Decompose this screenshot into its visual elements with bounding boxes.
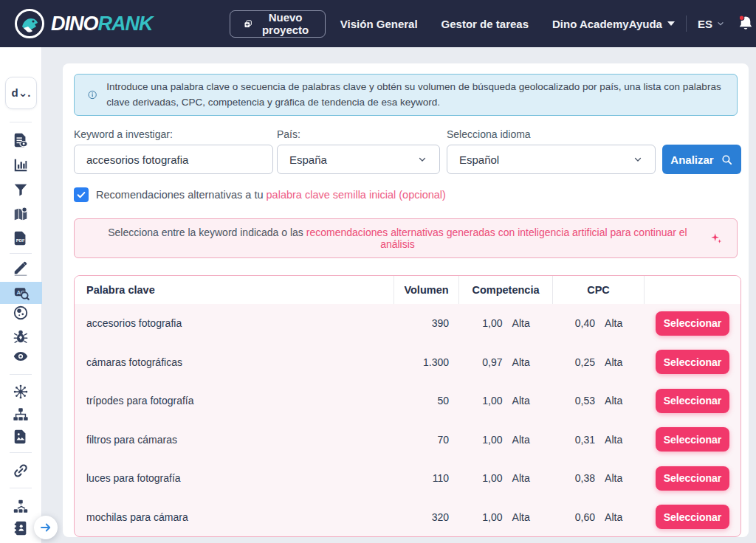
keyword-cell: filtros para cámaras xyxy=(75,434,394,446)
nav-vision-general[interactable]: Visión General xyxy=(340,18,418,30)
cpc-value: 0,31 xyxy=(575,434,595,446)
arrow-right-icon xyxy=(39,521,52,534)
seleccionar-button[interactable]: Seleccionar xyxy=(656,466,729,491)
chevron-down-icon xyxy=(633,154,643,165)
table-row: filtros para cámaras 70 1,00 Alta 0,31 A… xyxy=(75,421,740,460)
sidebar-divider xyxy=(10,122,32,122)
table-row: cámaras fotográficas 1.300 0,97 Alta 0,2… xyxy=(75,343,740,382)
language-label: Selecciona idioma xyxy=(447,128,531,140)
keyword-cell: accesorios fotografia xyxy=(75,317,394,329)
keyword-search-icon: AG xyxy=(13,285,30,301)
link-icon[interactable] xyxy=(13,463,29,479)
action-cell: Seleccionar xyxy=(645,505,740,529)
keyword-input[interactable] xyxy=(86,153,261,166)
action-cell: Seleccionar xyxy=(645,389,740,413)
check-icon xyxy=(76,190,86,200)
cpc-level: Alta xyxy=(605,472,622,484)
keyword-label: Keyword a investigar: xyxy=(74,128,173,140)
action-cell: Seleccionar xyxy=(645,350,740,374)
action-cell: Seleccionar xyxy=(645,466,740,491)
sidebar-item-keyword-research[interactable]: AG xyxy=(0,282,42,304)
top-navbar: DINORANK Nuevo proyecto Visión General G… xyxy=(0,0,756,47)
caret-down-icon xyxy=(667,21,675,26)
action-cell: Seleccionar xyxy=(645,311,740,336)
filter-icon[interactable] xyxy=(13,181,29,198)
language-selected-value: Español xyxy=(459,153,499,166)
add-project-icon xyxy=(244,17,252,31)
map-pin-icon[interactable] xyxy=(13,206,29,222)
ai-notice-banner: Selecciona entre la keyword indicada o l… xyxy=(74,218,738,258)
language-select[interactable]: Español xyxy=(447,145,656,174)
cpc-level: Alta xyxy=(605,317,622,329)
keywords-table: Palabra clave Volumen Competencia CPC ac… xyxy=(74,275,741,537)
brand-name: DINORANK xyxy=(51,13,153,35)
dinorank-logo-icon xyxy=(15,9,44,38)
keyword-input-wrap xyxy=(74,145,273,174)
sidebar-expand-button[interactable] xyxy=(34,516,58,539)
competition-cell: 1,00 Alta xyxy=(459,511,553,523)
seleccionar-button[interactable]: Seleccionar xyxy=(656,505,729,529)
nav-ayuda-menu[interactable]: Ayuda xyxy=(629,18,675,30)
nav-dino-academy[interactable]: Dino Academy xyxy=(552,18,629,30)
nav-gestor-tareas[interactable]: Gestor de tareas xyxy=(441,18,529,30)
keyword-cell: luces para fotografía xyxy=(75,472,394,484)
seleccionar-button[interactable]: Seleccionar xyxy=(656,350,729,374)
bar-chart-icon[interactable] xyxy=(13,157,29,173)
project-switcher[interactable]: d⌄. xyxy=(5,77,37,109)
seleccionar-button[interactable]: Seleccionar xyxy=(656,427,729,452)
competition-cell: 1,00 Alta xyxy=(459,434,553,446)
language-selector[interactable]: ES xyxy=(698,18,725,30)
image-doc-icon[interactable] xyxy=(13,429,29,445)
competition-value: 0,97 xyxy=(482,356,502,368)
table-body: accesorios fotografia 390 1,00 Alta 0,40… xyxy=(75,304,740,536)
info-icon xyxy=(88,88,97,102)
pdf-icon[interactable]: PDF xyxy=(13,230,29,246)
seleccionar-button[interactable]: Seleccionar xyxy=(656,311,729,336)
hub-icon[interactable] xyxy=(13,384,29,400)
volume-cell: 70 xyxy=(394,434,459,446)
cookie-icon[interactable] xyxy=(13,305,29,321)
eye-icon[interactable] xyxy=(13,348,29,364)
analizar-button[interactable]: Analizar xyxy=(662,145,741,174)
new-project-button[interactable]: Nuevo proyecto xyxy=(230,10,326,38)
report-eye-icon[interactable] xyxy=(13,132,29,148)
table-header: Palabra clave Volumen Competencia CPC xyxy=(75,276,740,304)
volume-cell: 50 xyxy=(394,395,459,407)
cpc-cell: 0,53 Alta xyxy=(553,395,645,407)
notice-text: Selecciona entre la keyword indicada o l… xyxy=(89,226,706,250)
notifications-button[interactable] xyxy=(736,14,755,33)
sitemap-icon[interactable] xyxy=(13,407,29,423)
header-volumen: Volumen xyxy=(394,276,459,304)
cpc-level: Alta xyxy=(605,356,622,368)
table-row: luces para fotografía 110 1,00 Alta 0,38… xyxy=(75,459,740,498)
cpc-value: 0,38 xyxy=(575,472,595,484)
header-actions xyxy=(645,276,740,304)
book-icon[interactable] xyxy=(13,520,29,536)
header-palabra-clave: Palabra clave xyxy=(75,276,394,304)
volume-cell: 320 xyxy=(394,511,459,523)
cpc-cell: 0,31 Alta xyxy=(553,434,645,446)
sparkles-icon xyxy=(710,232,722,244)
table-row: accesorios fotografia 390 1,00 Alta 0,40… xyxy=(75,304,740,343)
table-row: trípodes para fotografía 50 1,00 Alta 0,… xyxy=(75,381,740,421)
action-cell: Seleccionar xyxy=(645,427,740,452)
keyword-cell: cámaras fotográficas xyxy=(75,356,394,368)
cpc-value: 0,60 xyxy=(575,511,595,523)
search-icon xyxy=(721,153,733,166)
competition-level: Alta xyxy=(512,472,530,484)
cpc-cell: 0,38 Alta xyxy=(553,472,645,484)
sidebar-divider xyxy=(10,374,32,375)
pencil-icon[interactable] xyxy=(13,260,29,276)
bug-icon[interactable] xyxy=(13,328,29,345)
country-select[interactable]: España xyxy=(277,145,440,174)
alternatives-checkbox-row[interactable]: Recomendaciones alternativas a tu palabr… xyxy=(74,187,446,202)
org-chart-icon[interactable] xyxy=(13,499,29,515)
competition-level: Alta xyxy=(512,395,530,407)
cpc-level: Alta xyxy=(605,434,622,446)
seleccionar-button[interactable]: Seleccionar xyxy=(656,389,729,413)
checkbox-checked[interactable] xyxy=(74,187,89,202)
sidebar-divider xyxy=(10,452,32,453)
cpc-value: 0,53 xyxy=(575,395,595,407)
checkbox-label: Recomendaciones alternativas a tu palabr… xyxy=(96,189,446,201)
dinorank-logo[interactable]: DINORANK xyxy=(15,9,153,38)
